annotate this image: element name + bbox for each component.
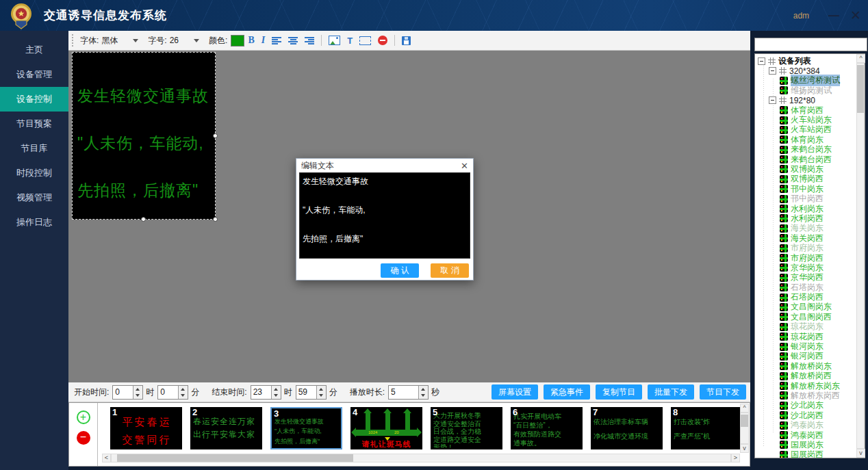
- spin-down-icon[interactable]: [317, 392, 326, 399]
- resize-handle[interactable]: [213, 217, 218, 222]
- color-swatch[interactable]: [231, 35, 244, 47]
- playlist-item-number: 8: [673, 407, 678, 417]
- save-button[interactable]: [402, 36, 411, 45]
- end-hour-stepper[interactable]: 23: [251, 385, 281, 400]
- emergency-event-button[interactable]: 紧急事件: [544, 384, 590, 400]
- resize-handle[interactable]: [141, 217, 146, 222]
- dialog-titlebar[interactable]: 编辑文本 ✕: [296, 159, 473, 172]
- scroll-track[interactable]: [111, 454, 731, 462]
- cancel-button[interactable]: 取 消: [431, 263, 469, 278]
- scroll-thumb[interactable]: [117, 454, 353, 462]
- spin-down-icon[interactable]: [179, 392, 188, 399]
- traffic-signal-icon: [780, 352, 788, 361]
- traffic-signal-icon: [780, 303, 788, 311]
- playlist-item[interactable]: 6扎实开展电动车“百日整治”，有效预防道路交通事故。: [511, 407, 583, 449]
- playlist-item[interactable]: 1平安春运交警同行: [110, 407, 182, 449]
- collapse-toggle-icon[interactable]: [769, 67, 776, 75]
- dialog-close-icon[interactable]: ✕: [461, 161, 468, 171]
- sidebar-item[interactable]: 设备管理: [0, 62, 68, 87]
- vertical-scrollbar[interactable]: ^ v: [740, 404, 749, 453]
- close-button[interactable]: ✕: [850, 8, 861, 23]
- sidebar-item[interactable]: 设备控制: [0, 87, 68, 112]
- device-search-input[interactable]: [754, 38, 867, 51]
- spin-up-icon[interactable]: [317, 386, 326, 393]
- italic-button[interactable]: I: [261, 35, 265, 46]
- screen-settings-button[interactable]: 屏幕设置: [492, 384, 538, 400]
- align-left-button[interactable]: [272, 37, 281, 44]
- playlist-item[interactable]: 4102420请礼让斑马线: [350, 407, 422, 449]
- traffic-signal-icon: [780, 126, 788, 134]
- font-family-select[interactable]: 字体: 黑体: [80, 35, 138, 47]
- collapse-toggle-icon[interactable]: [758, 57, 765, 65]
- batch-send-button[interactable]: 批量下发: [648, 384, 694, 400]
- playlist-item[interactable]: 2春运安全连万家出行平安靠大家: [190, 407, 262, 449]
- end-minute-stepper[interactable]: 59: [296, 385, 327, 400]
- scroll-up-icon[interactable]: ^: [856, 54, 865, 63]
- add-item-button[interactable]: +: [77, 410, 90, 424]
- playlist-item[interactable]: 3发生轻微交通事故"人未伤，车能动,先拍照，后撤离": [270, 407, 342, 449]
- scroll-left-icon[interactable]: <: [102, 454, 111, 462]
- bold-button[interactable]: B: [248, 35, 254, 46]
- insert-text-button[interactable]: T: [347, 36, 353, 46]
- spin-up-icon[interactable]: [419, 386, 428, 393]
- tree-root[interactable]: 设备列表: [755, 56, 865, 66]
- sidebar-item[interactable]: 操作日志: [0, 210, 68, 235]
- scroll-track[interactable]: [856, 63, 865, 449]
- sidebar-item[interactable]: 主页: [0, 38, 68, 62]
- tree-device[interactable]: 国展岗西: [755, 450, 865, 458]
- program-send-button[interactable]: 节目下发: [700, 384, 746, 400]
- start-minute-stepper[interactable]: 0: [157, 385, 188, 400]
- traffic-signal-icon: [780, 77, 788, 85]
- spin-down-icon[interactable]: [419, 392, 428, 399]
- current-user[interactable]: adm: [793, 11, 809, 21]
- playlist-item[interactable]: 7依法治理非标车辆净化城市交通环境: [591, 407, 663, 449]
- design-canvas[interactable]: 发生轻微交通事故 "人未伤，车能动, 先拍照，后撤离" 编辑文本 ✕ 发生轻微交…: [68, 51, 750, 382]
- sidebar-item[interactable]: 视频管理: [0, 185, 68, 210]
- spin-down-icon[interactable]: [272, 392, 281, 399]
- playlist-item[interactable]: 5大力开展秋冬季交通安全整治百日会战，全力稳定道路交通安全形势！: [431, 407, 502, 449]
- horizontal-scrollbar[interactable]: < >: [102, 454, 740, 462]
- resize-handle[interactable]: [213, 133, 218, 138]
- confirm-button[interactable]: 确 认: [381, 263, 419, 278]
- collapse-toggle-icon[interactable]: [769, 96, 776, 104]
- traffic-signal-icon: [780, 224, 788, 233]
- scroll-thumb[interactable]: [741, 415, 748, 427]
- sidebar-item[interactable]: 节目预案: [0, 112, 68, 136]
- scroll-up-icon[interactable]: ^: [740, 404, 749, 413]
- insert-image-button[interactable]: [329, 36, 340, 45]
- scroll-down-icon[interactable]: v: [856, 449, 865, 458]
- spin-up-icon[interactable]: [272, 386, 281, 393]
- led-text-line: 先拍照，后撤离": [73, 180, 215, 201]
- align-center-button[interactable]: [288, 37, 298, 44]
- marquee-button[interactable]: [359, 36, 371, 45]
- remove-item-button[interactable]: −: [77, 431, 90, 445]
- start-hour-stepper[interactable]: 0: [112, 385, 143, 400]
- scroll-track[interactable]: [740, 413, 749, 444]
- sidebar-item[interactable]: 时段控制: [0, 161, 68, 185]
- traffic-signal-icon: [780, 343, 788, 351]
- tree-scrollbar[interactable]: ^ v: [856, 54, 865, 458]
- playlist-item[interactable]: 8打击改装“炸严查严惩“机: [671, 407, 741, 449]
- delete-button[interactable]: [378, 36, 387, 45]
- traffic-signal-icon: [780, 195, 788, 203]
- spin-down-icon[interactable]: [133, 392, 142, 399]
- scroll-thumb[interactable]: [857, 65, 864, 113]
- playlist-item-number: 2: [192, 407, 197, 417]
- align-right-button[interactable]: [305, 37, 314, 44]
- minimize-button[interactable]: —: [828, 10, 839, 22]
- copy-program-button[interactable]: 复制节目: [596, 384, 642, 400]
- toolbar-grip[interactable]: [72, 34, 75, 47]
- scroll-down-icon[interactable]: v: [740, 444, 749, 453]
- led-preview-panel[interactable]: 发生轻微交通事故 "人未伤，车能动, 先拍照，后撤离": [72, 52, 216, 220]
- playlist-panel: + − 1平安春运交警同行2春运安全连万家出行平安靠大家3发生轻微交通事故"人未…: [68, 402, 750, 467]
- duration-stepper[interactable]: 5: [388, 385, 429, 400]
- sidebar-item[interactable]: 节目库: [0, 136, 68, 161]
- spin-up-icon[interactable]: [133, 386, 142, 393]
- edit-text-textarea[interactable]: 发生轻微交通事故 "人未伤，车能动, 先拍照，后撤离": [299, 172, 470, 259]
- spin-up-icon[interactable]: [179, 386, 188, 393]
- font-size-select[interactable]: 字号: 26: [148, 35, 199, 47]
- tree-device[interactable]: 维扬岗测试: [755, 86, 865, 95]
- scroll-right-icon[interactable]: >: [731, 454, 740, 462]
- playlist-item-text: 发生轻微交通事故"人未伤，车能动,先拍照，后撤离": [275, 410, 340, 447]
- minute-unit: 分: [329, 387, 337, 398]
